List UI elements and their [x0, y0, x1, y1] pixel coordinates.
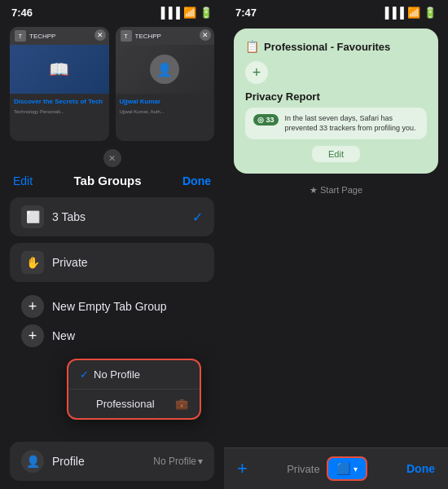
privacy-report-title: Privacy Report: [245, 90, 427, 103]
signal-icon: ▐▐▐: [157, 7, 180, 19]
edit-button[interactable]: Edit: [13, 174, 33, 187]
status-icons-right: ▐▐▐ 📶 🔋: [381, 7, 437, 19]
privacy-badge: ◎ 33: [253, 114, 279, 126]
tab-card-1[interactable]: T TECHPP ✕ 📖 Discover the Secrets of Tec…: [10, 27, 109, 141]
new-from-tabs-group[interactable]: + New: [10, 324, 214, 354]
edit-btn-container: Edit: [245, 146, 427, 162]
done-button[interactable]: Done: [182, 174, 211, 187]
favourites-header: 📋 Professional - Favourites: [245, 40, 427, 53]
privacy-report-card: ◎ 33 In the last seven days, Safari has …: [245, 108, 427, 139]
battery-icon-right: 🔋: [424, 7, 437, 19]
tab-switcher-icon: 🟦: [336, 462, 350, 475]
panel-divider: ✕: [0, 146, 224, 170]
private-label: Private: [52, 256, 203, 269]
privacy-report-text: In the last seven days, Safari has preve…: [285, 114, 419, 133]
tab-body-sub-2: Ujjwal Kumar, Auth...: [120, 109, 211, 114]
profile-label: Profile: [52, 455, 153, 468]
no-profile-check-icon: ✓: [80, 368, 89, 381]
tab-groups-header: Edit Tab Groups Done: [0, 170, 224, 194]
tab-switcher-button[interactable]: 🟦 ▾: [327, 456, 367, 481]
private-tab-button[interactable]: Private: [287, 463, 319, 475]
tab-title-1: TECHPP: [29, 33, 55, 40]
new-from-tabs-label: New: [52, 329, 75, 342]
time-right: 7:47: [235, 7, 257, 19]
profile-dropdown[interactable]: ✓ No Profile Professional 💼: [67, 359, 201, 420]
right-bottom-toolbar: + Private 🟦 ▾ Done: [224, 447, 448, 489]
profile-value: No Profile ▾: [153, 456, 203, 467]
tabs-check-icon: ✓: [192, 209, 203, 225]
tab-groups-title: Tab Groups: [74, 174, 142, 187]
profile-chevron-icon: ▾: [198, 456, 203, 467]
time-left: 7:46: [11, 7, 33, 19]
tab-image-2: 👤: [116, 45, 215, 94]
tab-group-item-private[interactable]: ✋ Private: [10, 243, 214, 282]
new-empty-tab-group[interactable]: + New Empty Tab Group: [10, 289, 214, 324]
done-button-right[interactable]: Done: [406, 462, 435, 475]
profile-row[interactable]: 👤 Profile No Profile ▾: [10, 442, 214, 481]
add-tab-toolbar-button[interactable]: +: [237, 458, 248, 479]
tab-body-2: Ujjwal Kumar Ujjwal Kumar, Auth...: [116, 94, 215, 118]
status-bar-left: 7:46 ▐▐▐ 📶 🔋: [0, 0, 224, 22]
favourites-icon: 📋: [245, 40, 259, 53]
tab-close-1[interactable]: ✕: [94, 29, 106, 41]
new-empty-label: New Empty Tab Group: [52, 300, 167, 313]
avatar: 👤: [150, 55, 179, 84]
start-page-label: ★ Start Page: [224, 180, 448, 200]
close-tab-groups-icon[interactable]: ✕: [103, 149, 121, 167]
tab-favicon-2: T: [121, 30, 132, 42]
tab-body-title-1: Discover the Secrets of Tech: [14, 98, 105, 106]
no-profile-label: No Profile: [94, 368, 188, 381]
profile-value-text: No Profile: [153, 456, 196, 467]
dropdown-item-professional[interactable]: Professional 💼: [68, 390, 200, 418]
tabs-label: 3 Tabs: [52, 210, 192, 223]
tab-card-2[interactable]: T TECHPP ✕ 👤 Ujjwal Kumar Ujjwal Kumar, …: [116, 27, 215, 141]
new-from-tabs-plus-icon: +: [21, 324, 44, 347]
status-icons-left: ▐▐▐ 📶 🔋: [157, 7, 213, 19]
signal-icon-right: ▐▐▐: [381, 7, 404, 19]
profile-icon: 👤: [21, 450, 44, 473]
chevron-down-icon: ▾: [354, 465, 358, 474]
professional-label: Professional: [80, 398, 175, 410]
tab-favicon-1: T: [15, 30, 26, 42]
favourites-card: 📋 Professional - Favourites + Privacy Re…: [234, 29, 438, 174]
tab-close-2[interactable]: ✕: [200, 29, 211, 41]
tabs-icon: ⬜: [21, 205, 44, 228]
right-panel: 7:47 ▐▐▐ 📶 🔋 📋 Professional - Favourites…: [224, 0, 448, 489]
tab-body-sub-1: Technology Personali...: [14, 109, 105, 114]
wifi-icon: 📶: [183, 7, 196, 19]
favourites-title: Professional - Favourites: [264, 41, 390, 53]
briefcase-icon: 💼: [175, 398, 188, 410]
battery-icon: 🔋: [200, 7, 213, 19]
private-icon: ✋: [21, 251, 44, 274]
tab-image-1: 📖: [10, 45, 109, 94]
tab-group-item-tabs[interactable]: ⬜ 3 Tabs ✓: [10, 197, 214, 236]
privacy-edit-button[interactable]: Edit: [312, 146, 360, 162]
wifi-icon-right: 📶: [407, 7, 420, 19]
new-empty-plus-icon: +: [21, 295, 44, 318]
tab-previews: T TECHPP ✕ 📖 Discover the Secrets of Tec…: [0, 22, 224, 146]
left-panel: 7:46 ▐▐▐ 📶 🔋 T TECHPP ✕ 📖 Discover the S…: [0, 0, 224, 489]
tab-body-title-2: Ujjwal Kumar: [120, 98, 211, 106]
dropdown-item-no-profile[interactable]: ✓ No Profile: [68, 360, 200, 390]
tab-body-1: Discover the Secrets of Tech Technology …: [10, 94, 109, 118]
add-tab-button[interactable]: +: [245, 61, 268, 84]
privacy-report-section: Privacy Report ◎ 33 In the last seven da…: [245, 90, 427, 162]
status-bar-right: 7:47 ▐▐▐ 📶 🔋: [224, 0, 448, 22]
tab-title-2: TECHPP: [135, 33, 161, 40]
